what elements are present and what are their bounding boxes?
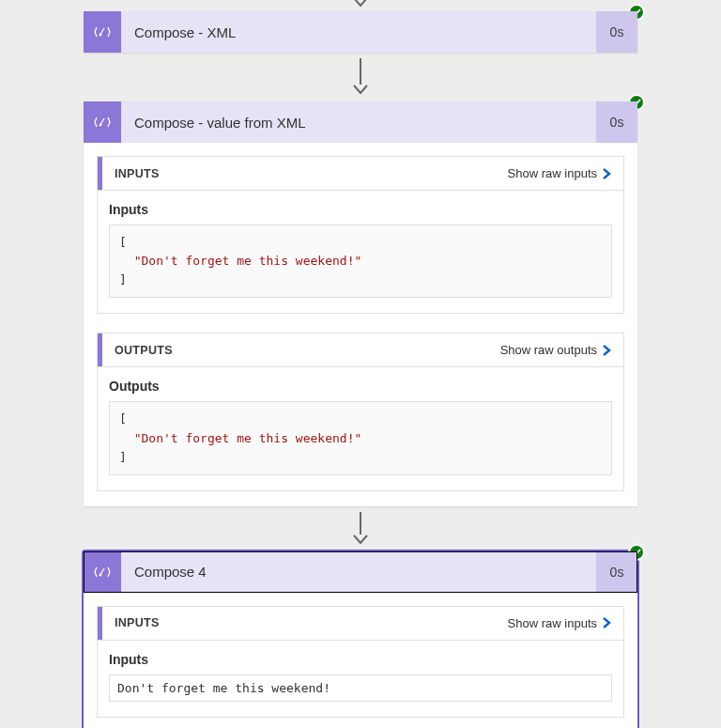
panel-title: OUTPUTS	[109, 344, 173, 357]
inputs-subhead: Inputs	[109, 652, 612, 667]
panel-header: INPUTS Show raw inputs	[98, 157, 623, 191]
inputs-subhead: Inputs	[109, 202, 612, 217]
chevron-right-icon	[601, 167, 612, 180]
panel-title: INPUTS	[109, 616, 160, 629]
show-raw-outputs-button[interactable]: Show raw outputs	[500, 343, 612, 357]
step-duration: 0s	[596, 551, 637, 593]
arrow-down-icon	[353, 58, 368, 96]
action-label: Show raw inputs	[508, 166, 597, 180]
step-header[interactable]: Compose - value from XML 0s	[84, 101, 637, 143]
action-label: Show raw outputs	[500, 343, 597, 357]
svg-point-2	[100, 573, 102, 576]
arrow-down-icon	[353, 512, 368, 546]
inputs-code: [ "Don't forget me this weekend!" ]	[109, 225, 612, 298]
step-body: INPUTS Show raw inputs Inputs [ "Don't f…	[84, 143, 637, 506]
svg-point-0	[100, 34, 102, 37]
outputs-subhead: Outputs	[109, 379, 612, 394]
compose-icon	[84, 101, 121, 143]
show-raw-inputs-button[interactable]: Show raw inputs	[508, 616, 612, 630]
step-duration: 0s	[596, 101, 637, 143]
action-label: Show raw inputs	[508, 616, 597, 630]
outputs-panel: OUTPUTS Show raw outputs Outputs [ "Don'…	[97, 333, 624, 490]
inputs-panel: INPUTS Show raw inputs Inputs Don't forg…	[97, 606, 624, 718]
flow-step-compose-xml: Compose - XML 0s	[84, 11, 637, 53]
inputs-value: Don't forget me this weekend!	[109, 674, 612, 702]
step-title: Compose - value from XML	[121, 101, 596, 143]
inputs-panel: INPUTS Show raw inputs Inputs [ "Don't f…	[97, 156, 624, 314]
svg-point-1	[100, 124, 102, 127]
step-title: Compose - XML	[121, 11, 596, 53]
step-header[interactable]: Compose 4 0s	[84, 551, 637, 593]
step-body: INPUTS Show raw inputs Inputs Don't forg…	[84, 593, 637, 728]
step-title: Compose 4	[121, 551, 596, 593]
show-raw-inputs-button[interactable]: Show raw inputs	[508, 166, 612, 180]
flow-step-compose-value-from-xml: Compose - value from XML 0s INPUTS Show …	[84, 101, 637, 506]
compose-icon	[84, 551, 121, 593]
flow-step-compose-4: Compose 4 0s INPUTS Show raw inputs Inpu…	[84, 551, 637, 728]
outputs-code: [ "Don't forget me this weekend!" ]	[109, 401, 612, 474]
arrow-down-icon	[353, 0, 368, 11]
step-header[interactable]: Compose - XML 0s	[84, 11, 637, 53]
chevron-right-icon	[601, 344, 612, 357]
step-duration: 0s	[596, 11, 637, 53]
panel-title: INPUTS	[109, 167, 160, 180]
compose-icon	[84, 11, 121, 53]
chevron-right-icon	[601, 616, 612, 629]
panel-header: INPUTS Show raw inputs	[98, 607, 623, 641]
panel-header: OUTPUTS Show raw outputs	[98, 333, 623, 367]
